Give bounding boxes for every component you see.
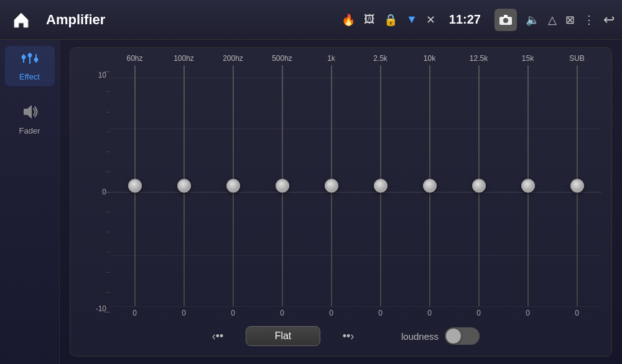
freq-label-500hz: 500hz [258, 54, 307, 63]
image-icon: 🖼 [364, 13, 375, 26]
slider-track-15k [527, 65, 529, 306]
sidebar-effect-label: Effect [19, 72, 40, 81]
slider-value-1k: 0 [329, 306, 333, 319]
slider-col-12.5k: 0 [454, 65, 503, 319]
bottom-bar: ‹•• Flat ••› loudness [80, 319, 601, 350]
sidebar: Effect Fader [0, 40, 60, 364]
slider-track-container-15k [503, 65, 552, 306]
wifi-off-icon: ✕ [426, 13, 435, 27]
freq-label-SUB: SUB [552, 54, 601, 63]
camera-button[interactable] [494, 9, 517, 31]
slider-value-10k: 0 [427, 306, 432, 319]
loudness-toggle[interactable] [445, 327, 480, 345]
next-button[interactable]: ••› [333, 325, 364, 347]
svg-rect-2 [504, 15, 508, 17]
slider-track-container-60hz [110, 65, 159, 306]
eq-sliders-area: 10 0 -10 [80, 65, 601, 319]
slider-value-500hz: 0 [280, 306, 284, 319]
svg-point-8 [34, 58, 38, 61]
svg-point-6 [22, 55, 26, 59]
slider-track-12.5k [478, 65, 480, 306]
slider-thumb-500hz[interactable] [276, 179, 289, 193]
slider-track-10k [429, 65, 430, 306]
clock: 11:27 [449, 12, 481, 27]
slider-col-60hz: 0 [110, 65, 159, 319]
slider-thumb-2.5k[interactable] [374, 179, 388, 193]
sidebar-item-fader[interactable]: Fader [5, 99, 55, 140]
eject-icon[interactable]: △ [548, 13, 557, 27]
slider-value-100hz: 0 [182, 306, 186, 319]
loudness-group: loudness [401, 327, 480, 345]
slider-track-SUB [577, 65, 578, 306]
slider-thumb-200hz[interactable] [226, 179, 240, 193]
svg-marker-9 [24, 105, 32, 119]
slider-track-container-1k [307, 65, 356, 306]
freq-label-10k: 10k [405, 54, 454, 63]
slider-thumb-10k[interactable] [423, 179, 437, 193]
flat-button[interactable]: Flat [246, 326, 320, 346]
slider-value-2.5k: 0 [378, 306, 383, 319]
eq-content: 60hz100hz200hz500hz1k2.5k10k12.5k15kSUB … [70, 47, 612, 357]
slider-col-500hz: 0 [258, 65, 307, 319]
close-box-icon[interactable]: ⊠ [565, 13, 575, 27]
slider-track-container-200hz [208, 65, 258, 306]
freq-label-60hz: 60hz [110, 54, 159, 63]
page-title: Amplifier [46, 12, 335, 28]
slider-col-15k: 0 [503, 65, 552, 319]
slider-track-100hz [183, 65, 185, 306]
slider-value-15k: 0 [526, 306, 530, 319]
slider-value-SUB: 0 [575, 306, 579, 319]
prev-button[interactable]: ‹•• [202, 325, 233, 347]
slider-track-container-10k [405, 65, 454, 306]
freq-label-12.5k: 12.5k [454, 54, 503, 63]
slider-col-2.5k: 0 [356, 65, 405, 319]
eq-panel: 60hz100hz200hz500hz1k2.5k10k12.5k15kSUB … [60, 40, 622, 364]
y-axis: 10 0 -10 [80, 65, 110, 319]
slider-track-container-100hz [159, 65, 208, 306]
slider-thumb-100hz[interactable] [177, 179, 191, 193]
flame-icon: 🔥 [341, 13, 355, 27]
slider-thumb-1k[interactable] [325, 179, 338, 193]
slider-col-1k: 0 [307, 65, 356, 319]
back-icon[interactable]: ↩ [603, 12, 615, 28]
freq-label-100hz: 100hz [159, 54, 208, 63]
slider-track-container-12.5k [454, 65, 503, 306]
home-button[interactable] [7, 6, 35, 34]
slider-thumb-60hz[interactable] [128, 179, 142, 193]
wifi-icon: ▼ [406, 13, 417, 26]
menu-icon[interactable]: ⋮ [583, 13, 595, 27]
slider-track-500hz [282, 65, 283, 306]
slider-value-12.5k: 0 [476, 306, 481, 319]
slider-thumb-SUB[interactable] [570, 179, 584, 193]
slider-track-1k [331, 65, 332, 306]
slider-col-100hz: 0 [159, 65, 208, 319]
slider-track-container-500hz [258, 65, 307, 306]
speaker-icon [21, 104, 39, 124]
svg-point-7 [28, 53, 32, 57]
slider-thumb-15k[interactable] [521, 179, 535, 193]
sidebar-item-effect[interactable]: Effect [5, 46, 55, 86]
sliders-grid: 0000000000 [110, 65, 601, 319]
sidebar-fader-label: Fader [19, 126, 40, 135]
freq-label-15k: 15k [503, 54, 552, 63]
svg-point-1 [503, 18, 508, 23]
loudness-label: loudness [401, 331, 439, 342]
freq-label-200hz: 200hz [208, 54, 258, 63]
slider-col-200hz: 0 [208, 65, 258, 319]
slider-thumb-12.5k[interactable] [472, 179, 486, 193]
volume-icon[interactable]: 🔈 [526, 13, 539, 27]
slider-track-2.5k [380, 65, 381, 306]
slider-col-SUB: 0 [552, 65, 601, 319]
lock-icon: 🔒 [384, 13, 397, 27]
slider-track-container-SUB [552, 65, 601, 306]
slider-col-10k: 0 [405, 65, 454, 319]
main-area: Effect Fader 60hz100hz200hz500hz1k2.5k10… [0, 40, 622, 364]
equalizer-icon [21, 51, 39, 70]
slider-value-60hz: 0 [132, 306, 137, 319]
freq-label-1k: 1k [307, 54, 356, 63]
topbar-icons: 🔥 🖼 🔒 ▼ ✕ 11:27 🔈 △ ⊠ ⋮ ↩ [341, 9, 615, 31]
slider-value-200hz: 0 [231, 306, 235, 319]
slider-track-container-2.5k [356, 65, 405, 306]
slider-track-200hz [233, 65, 234, 306]
freq-label-2.5k: 2.5k [356, 54, 405, 63]
